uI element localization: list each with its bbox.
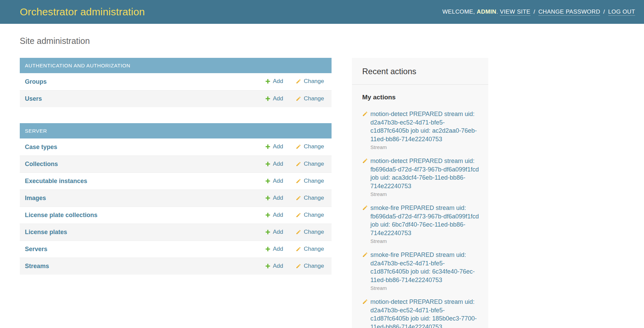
change-label: Change — [304, 78, 324, 85]
recent-action-link[interactable]: smoke-fire PREPARED stream uid: d2a47b3b… — [370, 251, 479, 284]
add-link[interactable]: Add — [265, 78, 283, 85]
add-label: Add — [273, 263, 283, 269]
add-label: Add — [273, 195, 283, 201]
add-link[interactable]: Add — [265, 246, 283, 252]
user-tools: WELCOME, ADMIN. VIEW SITE / CHANGE PASSW… — [442, 9, 635, 15]
change-cell: Change — [283, 229, 324, 236]
pencil-icon — [362, 158, 368, 164]
model-link[interactable]: Groups — [20, 78, 245, 85]
add-label: Add — [273, 246, 283, 252]
recent-action-link[interactable]: motion-detect PREPARED stream uid: d2a47… — [370, 110, 479, 143]
view-site-link[interactable]: VIEW SITE — [500, 9, 531, 16]
add-cell: Add — [245, 263, 283, 270]
model-row: License plate collections Add Change — [20, 207, 332, 224]
pencil-icon — [296, 178, 301, 184]
pencil-icon — [362, 111, 368, 117]
change-link[interactable]: Change — [296, 178, 324, 184]
change-link[interactable]: Change — [296, 229, 324, 235]
change-link[interactable]: Change — [296, 195, 324, 201]
add-cell: Add — [245, 195, 283, 202]
add-label: Add — [273, 161, 283, 167]
change-link[interactable]: Change — [296, 161, 324, 167]
model-row: Case types Add Change — [20, 138, 332, 155]
action-object-type: Stream — [370, 191, 479, 197]
model-row: Executable instances Add Change — [20, 173, 332, 190]
pencil-icon — [296, 195, 301, 201]
pencil-icon — [296, 229, 301, 235]
plus-icon — [265, 178, 271, 184]
module-caption[interactable]: AUTHENTICATION AND AUTHORIZATION — [20, 58, 332, 73]
add-cell: Add — [245, 143, 283, 151]
add-label: Add — [273, 229, 283, 235]
change-label: Change — [304, 263, 324, 269]
change-password-link[interactable]: CHANGE PASSWORD — [538, 9, 600, 16]
recent-action-item: smoke-fire PREPARED stream uid: fb696da5… — [362, 204, 479, 244]
add-link[interactable]: Add — [265, 195, 283, 201]
change-link[interactable]: Change — [296, 78, 324, 85]
model-link[interactable]: Collections — [20, 161, 245, 168]
page-title: Site administration — [20, 36, 644, 46]
model-link[interactable]: Executable instances — [20, 178, 245, 185]
recent-actions-title: Recent actions — [352, 58, 488, 85]
add-link[interactable]: Add — [265, 143, 283, 150]
model-row: Streams Add Change — [20, 258, 332, 275]
model-link[interactable]: Images — [20, 195, 245, 202]
pencil-icon — [296, 96, 301, 101]
change-cell: Change — [283, 78, 324, 85]
model-link[interactable]: License plate collections — [20, 212, 245, 219]
model-link[interactable]: Users — [20, 95, 245, 102]
recent-actions-panel: Recent actions My actions motion-detect … — [352, 58, 488, 328]
model-link[interactable]: License plates — [20, 229, 245, 236]
pencil-icon — [362, 299, 368, 305]
plus-icon — [265, 263, 271, 269]
plus-icon — [265, 246, 271, 252]
recent-action-link[interactable]: smoke-fire PREPARED stream uid: fb696da5… — [370, 204, 479, 237]
my-actions-heading: My actions — [362, 94, 478, 101]
model-row: Users Add Change — [20, 90, 332, 107]
app-module: SERVER Case types Add Change Collections… — [20, 123, 332, 275]
plus-icon — [265, 161, 271, 167]
model-row: Groups Add Change — [20, 73, 332, 90]
recent-action-link[interactable]: motion-detect PREPARED stream uid: d2a47… — [370, 298, 479, 328]
plus-icon — [265, 212, 271, 218]
recent-action-link[interactable]: motion-detect PREPARED stream uid: fb696… — [370, 157, 479, 190]
module-rows: Groups Add Change Users Add Change — [20, 73, 332, 107]
model-link[interactable]: Servers — [20, 246, 245, 253]
change-link[interactable]: Change — [296, 246, 324, 252]
action-object-type: Stream — [370, 144, 479, 150]
add-label: Add — [273, 212, 283, 218]
change-link[interactable]: Change — [296, 95, 324, 102]
add-link[interactable]: Add — [265, 161, 283, 167]
model-link[interactable]: Streams — [20, 263, 245, 270]
change-label: Change — [304, 95, 324, 102]
add-link[interactable]: Add — [265, 229, 283, 235]
site-title[interactable]: Orchestrator administration — [20, 6, 145, 18]
recent-actions-list: motion-detect PREPARED stream uid: d2a47… — [352, 101, 488, 328]
change-link[interactable]: Change — [296, 212, 324, 218]
add-cell: Add — [245, 161, 283, 168]
pencil-icon — [362, 252, 368, 258]
module-rows: Case types Add Change Collections Add — [20, 138, 332, 275]
model-row: Servers Add Change — [20, 241, 332, 258]
logout-link[interactable]: LOG OUT — [608, 9, 635, 16]
change-label: Change — [304, 178, 324, 184]
main-content: Site administration AUTHENTICATION AND A… — [0, 36, 644, 275]
add-link[interactable]: Add — [265, 263, 283, 269]
add-cell: Add — [245, 229, 283, 236]
add-link[interactable]: Add — [265, 95, 283, 102]
model-link[interactable]: Case types — [20, 144, 245, 151]
plus-icon — [265, 195, 271, 201]
change-label: Change — [304, 161, 324, 167]
add-cell: Add — [245, 178, 283, 185]
add-link[interactable]: Add — [265, 212, 283, 218]
pencil-icon — [296, 212, 301, 218]
change-link[interactable]: Change — [296, 143, 324, 150]
add-link[interactable]: Add — [265, 178, 283, 184]
change-label: Change — [304, 229, 324, 235]
plus-icon — [265, 144, 271, 149]
module-caption[interactable]: SERVER — [20, 123, 332, 138]
change-link[interactable]: Change — [296, 263, 324, 269]
username: ADMIN — [477, 9, 496, 15]
pencil-icon — [296, 161, 301, 167]
add-cell: Add — [245, 212, 283, 219]
